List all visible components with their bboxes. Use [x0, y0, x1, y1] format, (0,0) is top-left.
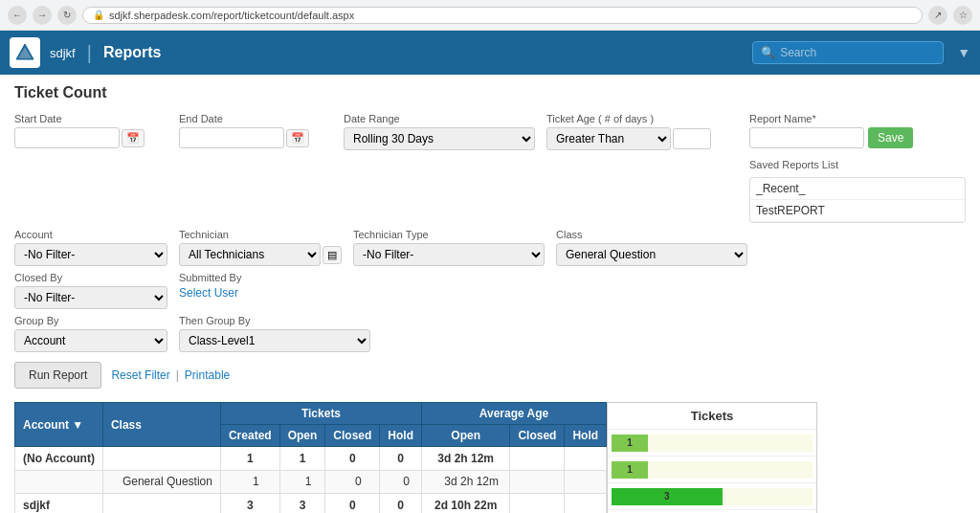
chart-bar-container: 1: [612, 435, 813, 452]
cell-open: 1: [279, 447, 325, 471]
date-range-select[interactable]: Rolling 30 Days Rolling 7 Days This Mont…: [344, 127, 535, 150]
start-date-input[interactable]: 02/21/2023: [14, 127, 120, 148]
main-content: Ticket Count Start Date 02/21/2023 📅 End…: [0, 75, 980, 513]
col-hold-header: Hold: [380, 425, 422, 447]
ticket-age-value-input[interactable]: 1: [673, 128, 711, 149]
reset-filter-link[interactable]: Reset Filter: [111, 368, 169, 382]
cell-avg-open: 2d 10h 22m: [422, 494, 510, 513]
chart-bar: 1: [612, 435, 648, 452]
cell-account: [15, 470, 103, 494]
printable-link[interactable]: Printable: [185, 368, 230, 382]
col-created-header: Created: [220, 425, 279, 447]
actions-row: Run Report Reset Filter | Printable: [14, 362, 966, 389]
col-avg-closed-header: Closed: [510, 425, 565, 447]
bookmark-button[interactable]: ☆: [953, 6, 972, 25]
filter-row-3: Closed By -No Filter- Submitted By Selec…: [14, 272, 966, 309]
cell-closed: 0: [325, 494, 380, 513]
technician-type-group: Technician Type -No Filter-: [353, 229, 545, 266]
end-date-input[interactable]: 03/23/2023: [179, 127, 284, 148]
nav-divider: |: [87, 42, 92, 64]
account-group: Account -No Filter-: [14, 229, 167, 266]
chart-row: 1: [608, 457, 816, 483]
technician-type-label: Technician Type: [353, 229, 545, 240]
cell-avg-open: 3d 2h 12m: [422, 470, 510, 494]
report-section: Account ▼ Class Tickets Average Age Crea…: [14, 402, 966, 513]
refresh-button[interactable]: ↻: [57, 6, 77, 25]
saved-report-testreport[interactable]: TestREPORT: [750, 200, 965, 222]
page-title: Ticket Count: [14, 84, 966, 101]
technician-group: Technician All Technicians ▤: [179, 229, 342, 266]
start-date-label: Start Date: [14, 113, 167, 124]
date-range-label: Date Range: [344, 113, 535, 124]
action-links: Reset Filter | Printable: [111, 368, 230, 382]
chart-bar: 1: [612, 461, 648, 479]
col-tickets-header: Tickets: [220, 403, 421, 425]
group-by-select[interactable]: Account Technician Class Date: [14, 329, 167, 352]
table-row: General Question 1 1 0 0 3d 2h 12m: [15, 470, 607, 494]
report-table: Account ▼ Class Tickets Average Age Crea…: [14, 402, 607, 513]
class-select[interactable]: General Question: [556, 243, 747, 266]
ticket-age-label: Ticket Age ( # of days ): [546, 113, 738, 124]
chart-title: Tickets: [608, 403, 816, 430]
col-avg-age-header: Average Age: [422, 403, 607, 425]
then-group-by-group: Then Group By Class-Level1 Class-Level2 …: [179, 315, 370, 352]
end-date-calendar-btn[interactable]: 📅: [286, 129, 309, 147]
share-button[interactable]: ↗: [928, 6, 947, 25]
cell-class: General Question: [102, 470, 220, 494]
select-user-link[interactable]: Select User: [179, 286, 342, 300]
closed-by-select[interactable]: -No Filter-: [14, 286, 167, 309]
run-report-button[interactable]: Run Report: [14, 362, 101, 389]
cell-hold: 0: [380, 494, 422, 513]
search-dropdown-btn[interactable]: ▼: [957, 45, 970, 60]
start-date-calendar-btn[interactable]: 📅: [122, 129, 145, 147]
cell-hold: 0: [380, 447, 422, 471]
cell-avg-closed: [510, 447, 565, 471]
cell-account: (No Account): [15, 447, 103, 471]
chart-bar: 3: [612, 488, 723, 505]
navbar: sdjkf | Reports 🔍 ▼: [0, 31, 980, 75]
search-icon: 🔍: [761, 46, 775, 59]
end-date-group: End Date 03/23/2023 📅: [179, 113, 332, 223]
saved-reports-label: Saved Reports List: [749, 159, 966, 170]
chart-row: 1: [608, 430, 816, 457]
technician-select[interactable]: All Technicians: [179, 243, 321, 266]
cell-open: 1: [279, 470, 325, 494]
cell-avg-closed: [510, 494, 565, 513]
cell-open: 3: [279, 494, 325, 513]
technician-type-select[interactable]: -No Filter-: [353, 243, 545, 266]
forward-button[interactable]: →: [33, 6, 52, 25]
account-select[interactable]: -No Filter-: [14, 243, 167, 266]
technician-label: Technician: [179, 229, 342, 240]
saved-reports-list: _Recent_ TestREPORT: [749, 177, 966, 223]
end-date-label: End Date: [179, 113, 332, 124]
cell-hold: 0: [380, 470, 422, 494]
submitted-by-group: Submitted By Select User: [179, 272, 342, 309]
filter-row-1: Start Date 02/21/2023 📅 End Date 03/23/2…: [14, 113, 966, 223]
site-logo: [10, 37, 40, 68]
cell-avg-hold: [565, 470, 607, 494]
save-report-button[interactable]: Save: [868, 127, 913, 148]
site-name: sdjkf: [50, 46, 76, 60]
group-by-label: Group By: [14, 315, 167, 326]
page-title-nav: Reports: [103, 44, 161, 61]
filter-row-4: Group By Account Technician Class Date T…: [14, 315, 966, 352]
technician-picker-btn[interactable]: ▤: [323, 246, 342, 264]
cell-closed: 0: [325, 470, 380, 494]
report-name-input[interactable]: TestREPORT: [749, 127, 864, 148]
ticket-age-operator-select[interactable]: Greater Than Less Than Equal To: [546, 127, 671, 150]
ticket-age-group: Ticket Age ( # of days ) Greater Than Le…: [546, 113, 738, 223]
group-by-group: Group By Account Technician Class Date: [14, 315, 167, 352]
cell-created: 1: [220, 470, 279, 494]
search-box[interactable]: 🔍: [752, 41, 944, 64]
address-bar[interactable]: 🔒 sdjkf.sherpadesk.com/report/ticketcoun…: [82, 7, 923, 24]
cell-avg-hold: [565, 447, 607, 471]
class-group: Class General Question: [556, 229, 747, 266]
back-button[interactable]: ←: [8, 6, 27, 25]
search-input[interactable]: [780, 46, 935, 59]
action-separator: |: [176, 368, 179, 382]
then-group-by-select[interactable]: Class-Level1 Class-Level2 Technician Non…: [179, 329, 370, 352]
report-name-label: Report Name*: [749, 113, 966, 124]
saved-report-recent[interactable]: _Recent_: [750, 178, 965, 200]
cell-created: 3: [220, 494, 279, 513]
col-avg-hold-header: Hold: [565, 425, 607, 447]
